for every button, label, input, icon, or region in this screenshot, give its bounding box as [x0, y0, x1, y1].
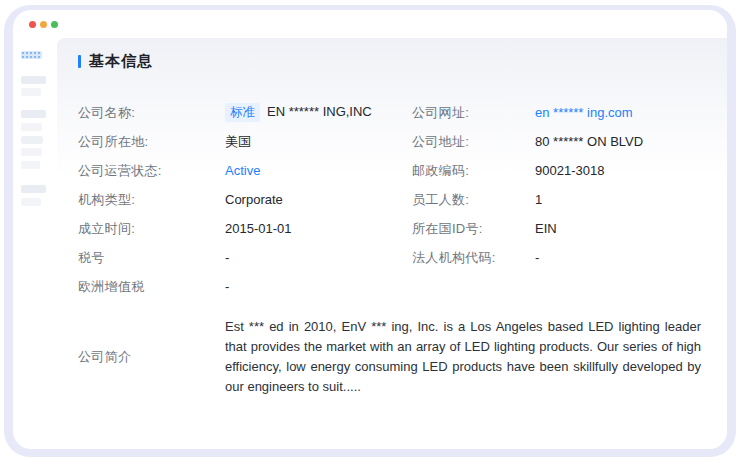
- field-label: 机构类型:: [78, 191, 225, 209]
- page: 基本信息 公司名称:标准EN ****** ING,INC公司网址:en ***…: [0, 0, 740, 465]
- window-titlebar: [13, 10, 727, 38]
- field-label: 税号: [78, 249, 225, 267]
- field-label: 公司地址:: [412, 133, 535, 151]
- field-value: -: [225, 250, 412, 265]
- sidebar-skeleton-item: [21, 123, 42, 131]
- field-value: 80 ****** ON BLVD: [535, 134, 701, 149]
- section-title: 基本信息: [89, 52, 153, 71]
- field-value: -: [225, 279, 412, 294]
- section-marker-icon: [78, 55, 81, 68]
- window-body: 基本信息 公司名称:标准EN ****** ING,INC公司网址:en ***…: [13, 38, 727, 449]
- basic-info-panel: 基本信息 公司名称:标准EN ****** ING,INC公司网址:en ***…: [57, 38, 727, 449]
- close-button[interactable]: [29, 21, 36, 28]
- field-value-link[interactable]: en ****** ing.com: [535, 105, 701, 120]
- field-value: 标准EN ****** ING,INC: [225, 103, 412, 122]
- field-label: 公司简介: [78, 348, 225, 366]
- field-label: 欧洲增值税: [78, 278, 225, 296]
- minimize-button[interactable]: [40, 21, 47, 28]
- maximize-button[interactable]: [51, 21, 58, 28]
- field-label: 公司名称:: [78, 104, 225, 122]
- browser-window: 基本信息 公司名称:标准EN ****** ING,INC公司网址:en ***…: [4, 5, 736, 457]
- sidebar-skeleton-item: [21, 185, 46, 193]
- company-profile-text: Est *** ed in 2010, EnV *** ing, Inc. is…: [225, 317, 701, 397]
- sidebar-skeleton-item: [21, 161, 40, 169]
- field-label: 公司所在地:: [78, 133, 225, 151]
- field-label: 所在国ID号:: [412, 220, 535, 238]
- field-value: -: [535, 250, 701, 265]
- sidebar-skeleton-item: [21, 198, 41, 206]
- sidebar-skeleton: [13, 38, 57, 449]
- field-value: EIN: [535, 221, 701, 236]
- company-profile-row: 公司简介 Est *** ed in 2010, EnV *** ing, In…: [78, 317, 701, 397]
- section-header: 基本信息: [78, 52, 701, 71]
- field-label: 公司运营状态:: [78, 162, 225, 180]
- sidebar-skeleton-item: [21, 110, 46, 118]
- field-value: Corporate: [225, 192, 412, 207]
- info-grid: 公司名称:标准EN ****** ING,INC公司网址:en ****** i…: [78, 98, 701, 301]
- field-label: 员工人数:: [412, 191, 535, 209]
- field-label: 法人机构代码:: [412, 249, 535, 267]
- field-value: 美国: [225, 133, 412, 151]
- sidebar-skeleton-item: [21, 148, 42, 156]
- sidebar-skeleton-item: [21, 88, 41, 96]
- standard-badge: 标准: [225, 103, 260, 122]
- window-inner: 基本信息 公司名称:标准EN ****** ING,INC公司网址:en ***…: [13, 10, 727, 449]
- field-value: 2015-01-01: [225, 221, 412, 236]
- field-label: 成立时间:: [78, 220, 225, 238]
- field-label: 公司网址:: [412, 104, 535, 122]
- field-value: Active: [225, 163, 412, 178]
- sidebar-skeleton-item: [21, 76, 46, 84]
- field-value: 90021-3018: [535, 163, 701, 178]
- field-value: 1: [535, 192, 701, 207]
- sidebar-skeleton-item: [21, 51, 42, 59]
- sidebar-skeleton-item: [21, 136, 43, 144]
- field-label: 邮政编码:: [412, 162, 535, 180]
